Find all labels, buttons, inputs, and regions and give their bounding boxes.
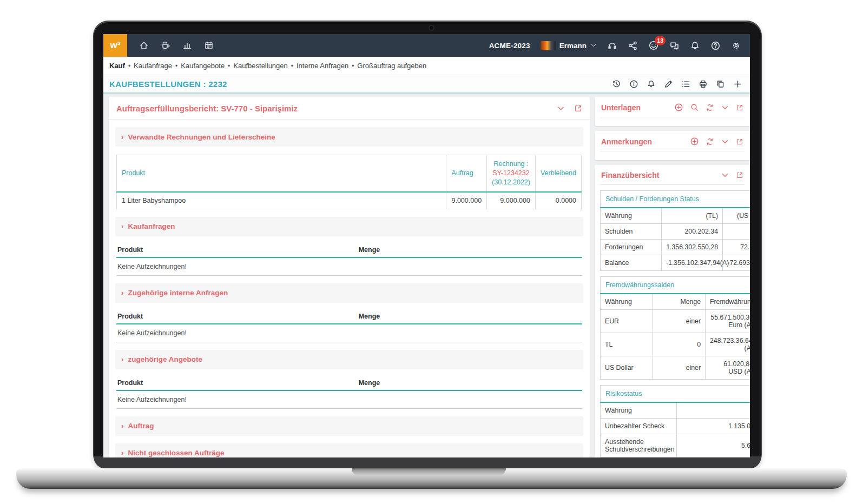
- invoice-date: (30.12.2022): [492, 178, 530, 186]
- row-label: Schulden: [601, 224, 662, 240]
- breadcrumb-item[interactable]: Kaufanfrage: [128, 62, 172, 70]
- help-icon[interactable]: [710, 41, 721, 51]
- col-usd: (US DOLLAR): [723, 208, 750, 224]
- risk-status-table: Risikostatus Währung Unbezahlter Scheck …: [600, 385, 750, 457]
- subtable-header: Produkt Menge: [116, 378, 582, 391]
- laptop-chin: [94, 456, 761, 469]
- cell-invoice: 9.000.000: [487, 192, 536, 209]
- cell-qty: einer: [653, 310, 706, 333]
- section-title: zugehörige Angebote: [121, 355, 202, 363]
- row-label: Währung: [601, 208, 662, 224]
- headset-icon[interactable]: [607, 41, 617, 51]
- navbar-right: ACME-2023 Ermann 13: [489, 40, 750, 51]
- fx-balances-table: Fremdwährungssalden Währung Menge Fremdw…: [600, 276, 750, 380]
- chevron-down-icon[interactable]: [556, 104, 565, 113]
- history-icon[interactable]: [612, 79, 621, 89]
- table-caption: Risikostatus: [601, 386, 750, 403]
- laptop-base: [16, 468, 847, 489]
- copy-icon[interactable]: [716, 79, 725, 89]
- calendar-icon[interactable]: [204, 41, 214, 50]
- expand-icon[interactable]: [736, 137, 743, 146]
- chevron-down-icon[interactable]: [721, 103, 729, 112]
- empty-records-row: Keine Aufzeichnungen!: [116, 324, 582, 342]
- info-icon[interactable]: [629, 79, 638, 89]
- company-label: ACME-2023: [489, 42, 530, 50]
- breadcrumb-item[interactable]: Interne Anfragen: [291, 62, 348, 70]
- breadcrumb-item[interactable]: Großauftrag aufgeben: [352, 62, 426, 70]
- table-caption: Schulden / Forderungen Status: [601, 191, 750, 208]
- section-title: Nicht geschlossen Aufträge: [121, 449, 225, 457]
- section-order[interactable]: Auftrag: [115, 416, 583, 436]
- page-title-bar: KAUFBESTELLUNGEN : 2232: [103, 75, 750, 94]
- section-related-offers[interactable]: zugehörige Angebote: [115, 350, 583, 369]
- expand-icon[interactable]: [736, 103, 743, 112]
- empty-records-row: Keine Aufzeichnungen!: [116, 258, 582, 276]
- documents-panel: Unterlagen: [595, 97, 750, 126]
- row-label: Unbezahlter Scheck: [601, 419, 677, 434]
- content-area: Auftragserfüllungsbericht: SV-770 - Sipa…: [103, 94, 750, 457]
- bar-chart-icon[interactable]: [182, 41, 192, 50]
- chevron-down-icon[interactable]: [721, 137, 729, 146]
- user-name: Ermann: [559, 42, 587, 50]
- expand-icon[interactable]: [736, 171, 743, 180]
- notes-title: Anmerkungen: [601, 137, 652, 146]
- pencil-icon[interactable]: [664, 79, 673, 89]
- home-icon[interactable]: [139, 41, 149, 50]
- chat-icon[interactable]: [669, 41, 680, 51]
- col-qty: Menge: [359, 379, 380, 387]
- plus-icon[interactable]: [733, 79, 742, 89]
- col-product: Produkt: [117, 155, 446, 192]
- value-usd: 10.589,4: [723, 224, 750, 240]
- col-qty: Menge: [653, 294, 706, 310]
- cell-balance: 61.020,84 USD (A): [706, 356, 750, 380]
- chevron-down-icon[interactable]: [721, 171, 729, 180]
- invoice-table-header-row: Produkt Auftrag Rechnung : SY-1234232 (3…: [117, 155, 582, 192]
- gear-icon[interactable]: [731, 41, 741, 51]
- table-row: US Dollar einer 61.020,84 USD (A): [601, 356, 750, 380]
- app-screen: w³ ACME-2023 Ermann: [103, 34, 750, 457]
- breadcrumb-root[interactable]: Kauf: [109, 62, 125, 70]
- workcube-logo[interactable]: w³: [103, 34, 127, 57]
- table-row: Währung (TL) (US DOLLAR): [601, 208, 750, 224]
- invoice-label: Rechnung :: [494, 160, 529, 168]
- section-related-invoices[interactable]: Verwandte Rechnungen und Lieferscheine: [115, 127, 583, 147]
- plus-circle-icon[interactable]: [674, 103, 683, 112]
- section-title: Auftrag: [121, 422, 154, 430]
- plus-circle-icon[interactable]: [690, 137, 699, 146]
- section-title: Kaufanfragen: [121, 222, 175, 230]
- user-menu[interactable]: Ermann: [541, 41, 597, 50]
- invoice-table-row: 1 Liter Babyshampoo 9.000.000 9.000.000 …: [117, 192, 582, 209]
- webcam-dot: [429, 25, 434, 31]
- col-product: Produkt: [117, 246, 359, 254]
- bell-icon[interactable]: [690, 41, 700, 51]
- laptop-base-notch: [352, 468, 506, 475]
- table-caption: Fremdwährungssalden: [601, 277, 750, 294]
- list-icon[interactable]: [681, 79, 690, 89]
- refresh-icon[interactable]: [706, 137, 714, 146]
- cell-balance: 55.671.500,30 Euro (A): [706, 310, 750, 333]
- finance-panel: Finanzübersicht: [595, 165, 750, 457]
- col-balance: Fremdwährungssaldo: [706, 294, 750, 310]
- coffee-icon[interactable]: [161, 41, 170, 50]
- breadcrumb-item[interactable]: Kaufbestellungen: [228, 62, 288, 70]
- debt-receivables-table: Schulden / Forderungen Status Währung (T…: [600, 190, 750, 271]
- expand-icon[interactable]: [574, 104, 582, 113]
- bell-icon[interactable]: [647, 79, 656, 89]
- refresh-icon[interactable]: [706, 103, 714, 112]
- table-row: ungedeckter Scheck 2: [601, 457, 750, 458]
- laptop-frame: w³ ACME-2023 Ermann: [93, 21, 762, 469]
- value-usd: 72.703.606,7: [723, 240, 750, 255]
- section-purchase-requests[interactable]: Kaufanfragen: [115, 217, 583, 236]
- breadcrumb-item[interactable]: Kaufangebote: [175, 62, 225, 70]
- smiley-icon[interactable]: 13: [648, 40, 659, 51]
- subtable-header: Produkt Menge: [116, 245, 582, 258]
- section-open-orders[interactable]: Nicht geschlossen Aufträge: [115, 443, 583, 457]
- col-remaining: Verbleibend: [535, 155, 581, 192]
- search-icon[interactable]: [690, 103, 699, 112]
- share-icon[interactable]: [628, 41, 638, 51]
- cell-currency: TL: [601, 333, 653, 356]
- print-icon[interactable]: [699, 79, 708, 89]
- section-internal-requests[interactable]: Zugehörige interne Anfragen: [115, 283, 583, 303]
- page-toolbar: [612, 79, 742, 89]
- cell-currency: EUR: [601, 310, 653, 333]
